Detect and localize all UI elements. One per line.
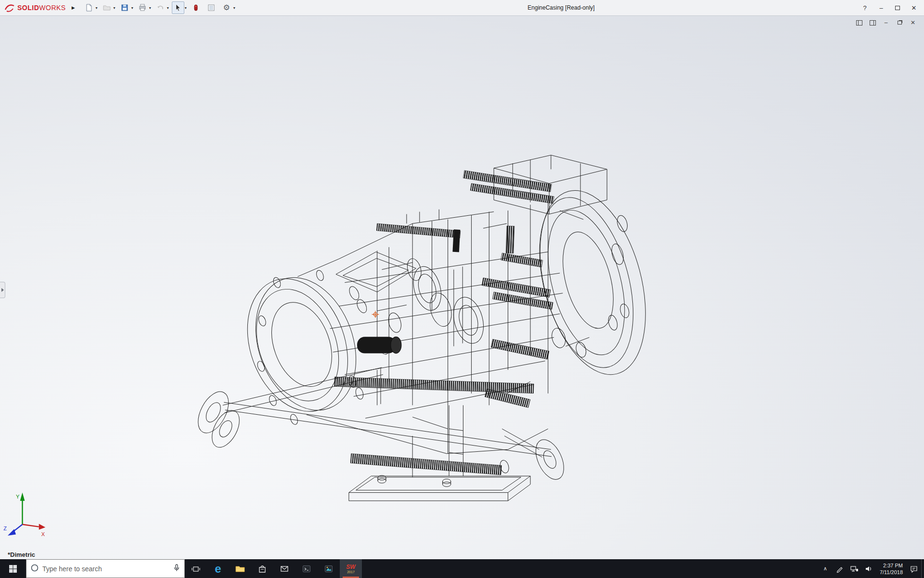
- open-button[interactable]: [101, 1, 113, 14]
- expand-panel-arrow-icon: [1, 288, 4, 292]
- pane-left-button[interactable]: [855, 19, 863, 26]
- brand-text: SOLIDWORKS: [17, 4, 66, 12]
- windows-taskbar: e: [0, 559, 924, 578]
- windows-ink-icon[interactable]: [833, 559, 847, 578]
- pane-right-icon: [870, 20, 876, 26]
- windows-logo-icon: [9, 565, 17, 573]
- solidworks-logo: SOLIDWORKS: [2, 3, 69, 13]
- minimize-button[interactable]: –: [873, 1, 889, 14]
- new-document-icon: [85, 3, 93, 12]
- doc-close-button[interactable]: ✕: [909, 19, 917, 26]
- save-button[interactable]: [118, 1, 131, 14]
- task-view-icon: [191, 564, 201, 574]
- orientation-triad: Y X Z: [3, 493, 45, 538]
- open-caret[interactable]: ▾: [114, 6, 116, 10]
- new-document-button[interactable]: [83, 1, 95, 14]
- clock-time: 2:37 PM: [883, 562, 903, 569]
- task-view-button[interactable]: [185, 559, 207, 578]
- view-orientation-label: *Dimetric: [8, 551, 35, 558]
- select-tool-caret[interactable]: ▾: [185, 6, 187, 10]
- shopping-bag-icon: [257, 564, 267, 574]
- maximize-icon: [895, 6, 900, 10]
- close-button[interactable]: ✕: [906, 1, 922, 14]
- photos-app-icon[interactable]: [318, 559, 340, 578]
- solidworks-window: SOLIDWORKS ▶ ▾ ▾: [0, 0, 924, 578]
- options-button[interactable]: ⚙: [220, 1, 233, 14]
- solidworks-app-badge: SW 2017: [346, 564, 355, 574]
- origin-marker: [372, 311, 379, 318]
- y-axis-arrow: [20, 493, 25, 501]
- console-icon: [302, 564, 311, 574]
- titlebar: SOLIDWORKS ▶ ▾ ▾: [0, 0, 924, 16]
- taskbar-search[interactable]: [26, 559, 185, 578]
- show-desktop-button[interactable]: [921, 559, 924, 578]
- dark-cylinder-part: [357, 337, 396, 353]
- brand-works: WORKS: [39, 4, 65, 12]
- microphone-icon[interactable]: [173, 564, 180, 574]
- document-title: EngineCasing [Read-only]: [527, 4, 594, 11]
- solidworks-taskbar-icon[interactable]: SW 2017: [340, 559, 362, 578]
- help-button[interactable]: ?: [857, 1, 873, 14]
- network-icon[interactable]: [847, 559, 861, 578]
- file-properties-icon: [207, 3, 216, 12]
- x-axis-arrow: [39, 524, 45, 530]
- undo-icon: [156, 3, 165, 12]
- print-icon: [138, 3, 147, 12]
- undo-caret[interactable]: ▾: [167, 6, 169, 10]
- graphics-viewport[interactable]: – ✕: [0, 16, 924, 559]
- action-center-icon[interactable]: [907, 559, 921, 578]
- edge-browser-icon[interactable]: e: [207, 559, 229, 578]
- folder-icon: [235, 564, 245, 574]
- doc-restore-button[interactable]: [895, 19, 904, 26]
- hidden-icons-chevron[interactable]: ∧: [818, 559, 833, 578]
- file-properties-button[interactable]: [205, 1, 218, 14]
- select-tool-button[interactable]: [172, 1, 184, 14]
- gear-icon: ⚙: [223, 4, 230, 12]
- taskbar-empty-space: [362, 559, 818, 578]
- photos-icon: [324, 564, 334, 574]
- document-window-controls: – ✕: [855, 19, 917, 26]
- brand-solid: SOLID: [17, 4, 39, 12]
- clock-date: 7/11/2018: [880, 569, 903, 576]
- undo-button[interactable]: [154, 1, 167, 14]
- file-explorer-icon[interactable]: [229, 559, 251, 578]
- maximize-button[interactable]: [889, 1, 906, 14]
- pane-right-button[interactable]: [868, 19, 877, 26]
- console-app-icon[interactable]: [295, 559, 318, 578]
- print-caret[interactable]: ▾: [149, 6, 151, 10]
- search-input[interactable]: [42, 565, 169, 573]
- open-folder-icon: [103, 3, 111, 12]
- ds-swirl-icon: [4, 3, 15, 13]
- engine-casing-wireframe: Y X Z: [0, 16, 924, 559]
- cortana-icon: [30, 564, 39, 574]
- taskbar-clock[interactable]: 2:37 PM 7/11/2018: [876, 559, 907, 578]
- volume-icon[interactable]: [861, 559, 876, 578]
- window-controls: ? – ✕: [857, 1, 922, 14]
- new-document-caret[interactable]: ▾: [96, 6, 98, 10]
- envelope-icon: [280, 564, 289, 574]
- start-button[interactable]: [0, 559, 26, 578]
- rebuild-button[interactable]: [190, 1, 202, 14]
- feature-tree-collapsed-tab[interactable]: [0, 282, 5, 298]
- select-cursor-icon: [174, 3, 182, 12]
- options-caret[interactable]: ▾: [233, 6, 235, 10]
- pane-left-icon: [856, 20, 862, 26]
- main-toolbar: ▾ ▾ ▾: [83, 1, 238, 14]
- mail-icon[interactable]: [273, 559, 295, 578]
- doc-restore-icon: [898, 21, 902, 25]
- z-axis-label: Z: [3, 525, 7, 531]
- print-button[interactable]: [136, 1, 149, 14]
- save-floppy-icon: [120, 3, 129, 12]
- toolbar-flyout-arrow[interactable]: ▶: [69, 5, 78, 10]
- y-axis-label: Y: [16, 494, 20, 499]
- x-axis-label: X: [41, 531, 45, 537]
- store-icon[interactable]: [251, 559, 273, 578]
- rebuild-icon: [192, 3, 200, 12]
- save-caret[interactable]: ▾: [131, 6, 133, 10]
- doc-minimize-button[interactable]: –: [882, 19, 890, 26]
